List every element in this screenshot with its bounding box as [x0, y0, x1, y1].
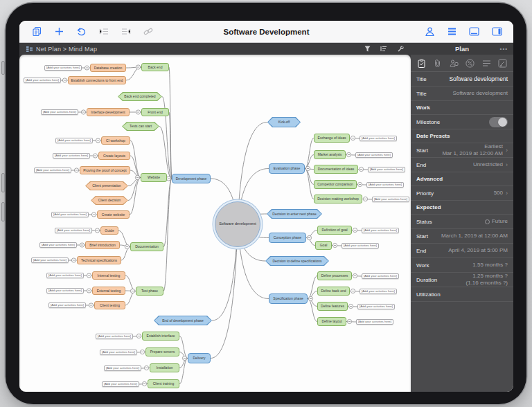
- collapse-toggle[interactable]: [136, 334, 141, 338]
- mindmap-node-website[interactable]: Website: [141, 173, 167, 182]
- outline-icon[interactable]: [380, 46, 387, 53]
- collapse-toggle[interactable]: [359, 167, 363, 171]
- mindmap-node-installation[interactable]: Installation: [150, 363, 179, 372]
- inspector-row-start[interactable]: StartEarliest Mar 1, 2019 at 12:00 AM›: [411, 143, 513, 158]
- collapse-toggle[interactable]: [62, 78, 66, 82]
- mindmap-placeholder-ph-ct[interactable]: [Add your activities here]: [48, 302, 86, 308]
- mindmap-node-specification[interactable]: Specification phase: [269, 293, 308, 304]
- mindmap-node-devphase[interactable]: Development phase: [172, 174, 211, 183]
- mindmap-node-techspec[interactable]: Technical specifications: [77, 256, 121, 264]
- inspector-tab-clipboard-icon[interactable]: [417, 59, 426, 68]
- collapse-toggle[interactable]: [136, 65, 140, 69]
- mindmap-placeholder-ph-db[interactable]: [Add your activities here]: [44, 65, 82, 71]
- mindmap-node-proving[interactable]: Proving the proof of concept: [80, 166, 130, 174]
- mindmap-placeholder-ph-in[interactable]: [Add your activities here]: [104, 365, 141, 371]
- mindmap-placeholder-ph-pr[interactable]: [Add your activities here]: [34, 168, 71, 173]
- mindmap-node-decnext[interactable]: Decision to enter next phase: [267, 209, 322, 219]
- collapse-toggle[interactable]: [125, 244, 129, 248]
- mindmap-placeholder-ph-ex[interactable]: [Add your activities here]: [360, 136, 397, 141]
- collapse-toggle[interactable]: [144, 365, 148, 370]
- collapse-toggle[interactable]: [140, 350, 144, 354]
- collapse-toggle[interactable]: [80, 243, 84, 247]
- mindmap-node-endofdev[interactable]: End of development phase: [154, 316, 212, 325]
- collapse-toggle[interactable]: [353, 273, 357, 278]
- mindmap-node-prepservers[interactable]: Prepare servers: [145, 347, 179, 356]
- inspector-tab-fields-icon[interactable]: [482, 59, 491, 68]
- collapse-toggle[interactable]: [347, 319, 351, 323]
- collapse-toggle[interactable]: [308, 296, 312, 300]
- mindmap-node-documentation[interactable]: Documentation: [130, 242, 163, 251]
- collapse-toggle[interactable]: [95, 228, 99, 233]
- collapse-toggle[interactable]: [307, 235, 311, 239]
- collapse-toggle[interactable]: [348, 304, 353, 308]
- collapse-toggle[interactable]: [142, 381, 146, 386]
- wrench-icon[interactable]: [397, 46, 404, 53]
- mindmap-node-testsstart[interactable]: Tests can start: [122, 122, 159, 131]
- mindmap-placeholder-ph-dl[interactable]: [Add your activities here]: [356, 319, 393, 325]
- mindmap-node-dbcreation[interactable]: Database creation: [90, 64, 126, 72]
- mindmap-node-estinterface[interactable]: Establish interface: [142, 332, 179, 341]
- collapse-toggle[interactable]: [130, 289, 134, 293]
- collapse-toggle[interactable]: [89, 303, 93, 307]
- undo-icon[interactable]: [76, 27, 87, 36]
- menu-icon[interactable]: [447, 28, 456, 35]
- collapse-toggle[interactable]: [71, 258, 76, 262]
- mindmap-node-kickoff[interactable]: Kick-off: [267, 117, 301, 127]
- mindmap-node-exchange[interactable]: Exchange of ideas: [314, 134, 350, 143]
- mindmap-node-backendcomp[interactable]: Back end completed: [118, 92, 162, 101]
- mindmap-node-clientdec[interactable]: Client decision: [91, 196, 128, 205]
- mindmap-node-center[interactable]: Software development: [215, 201, 260, 247]
- mindmap-node-exttest[interactable]: External testing: [92, 287, 125, 295]
- mindmap-node-evaluation[interactable]: Evaluation phase: [269, 163, 305, 174]
- inspector-tab-edit-icon[interactable]: [498, 59, 507, 68]
- mindmap-node-backend[interactable]: Back end: [141, 63, 169, 71]
- mindmap-placeholder-ph-di[interactable]: [Add your activities here]: [368, 167, 405, 172]
- collapse-toggle[interactable]: [357, 182, 362, 186]
- mindmap-node-conception[interactable]: Conception phase: [269, 233, 306, 243]
- collapse-toggle[interactable]: [85, 66, 89, 70]
- mindmap-node-createwebsite[interactable]: Create website: [97, 210, 130, 219]
- mindmap-placeholder-ph-ma[interactable]: [Add your activities here]: [355, 152, 393, 158]
- inspector-row-priority[interactable]: Priority500›: [411, 186, 513, 201]
- mindmap-placeholder-ph-ci[interactable]: [Add your activities here]: [55, 138, 93, 143]
- mindmap-placeholder-ph-go[interactable]: [Add your activities here]: [342, 243, 379, 248]
- mindmap-node-decworkshop[interactable]: Decision-making workshop: [314, 195, 362, 204]
- collapse-toggle[interactable]: [166, 177, 170, 181]
- collapse-toggle[interactable]: [305, 166, 310, 170]
- collapse-toggle[interactable]: [136, 110, 140, 114]
- mindmap-node-docideas[interactable]: Documentation of ideas: [314, 165, 358, 174]
- collapse-toggle[interactable]: [135, 175, 139, 179]
- mindmap-node-createlayouts[interactable]: Create layouts: [98, 152, 130, 160]
- mindmap-node-competitor[interactable]: Competitor comparison: [314, 180, 357, 189]
- mindmap-node-deflayout[interactable]: Define layout: [317, 317, 346, 326]
- collapse-toggle[interactable]: [353, 228, 357, 232]
- mindmap-node-clienttest[interactable]: Client testing: [94, 301, 125, 309]
- mindmap-placeholder-ph-int[interactable]: [Add your activities here]: [41, 109, 78, 115]
- collapse-toggle[interactable]: [96, 138, 100, 143]
- mindmap-placeholder-ph-it[interactable]: [Add your activities here]: [46, 273, 84, 278]
- mindmap-canvas[interactable]: Software developmentDevelopment phaseBac…: [19, 55, 411, 392]
- inspector-row-end[interactable]: EndUnrestricted›: [411, 158, 513, 172]
- collapse-toggle[interactable]: [87, 273, 91, 278]
- inspector-tab-resources-icon[interactable]: [450, 59, 459, 68]
- collapse-toggle[interactable]: [93, 154, 97, 158]
- mindmap-node-clientpres[interactable]: Client presentation: [85, 181, 128, 190]
- template-documents-icon[interactable]: [32, 26, 42, 37]
- mindmap-node-ciworkshop[interactable]: CI workshop: [101, 136, 130, 145]
- mindmap-node-decspec[interactable]: Decision to define specifications: [265, 256, 329, 266]
- mindmap-node-defback[interactable]: Define back end: [317, 287, 350, 296]
- mindmap-placeholder-ph-df[interactable]: [Add your activities here]: [357, 304, 395, 309]
- mindmap-node-estconn[interactable]: Establish connections to front end: [68, 76, 126, 84]
- inspector-row-milestone[interactable]: Milestone: [411, 115, 513, 129]
- mindmap-placeholder-ph-cl[interactable]: [Add your activities here]: [53, 153, 90, 159]
- mindmap-node-delivery[interactable]: Delivery: [188, 353, 211, 363]
- collapse-toggle[interactable]: [87, 289, 91, 293]
- collapse-toggle[interactable]: [91, 212, 96, 217]
- mindmap-placeholder-ph-cw[interactable]: [Add your activities here]: [51, 212, 89, 217]
- mindmap-node-goal[interactable]: Goal: [315, 241, 332, 250]
- collapse-toggle[interactable]: [351, 136, 355, 140]
- collapse-toggle[interactable]: [332, 243, 337, 247]
- collapse-toggle[interactable]: [351, 289, 355, 293]
- collapse-toggle[interactable]: [363, 197, 367, 201]
- mindmap-placeholder-ph-ps[interactable]: [Add your activities here]: [100, 350, 137, 355]
